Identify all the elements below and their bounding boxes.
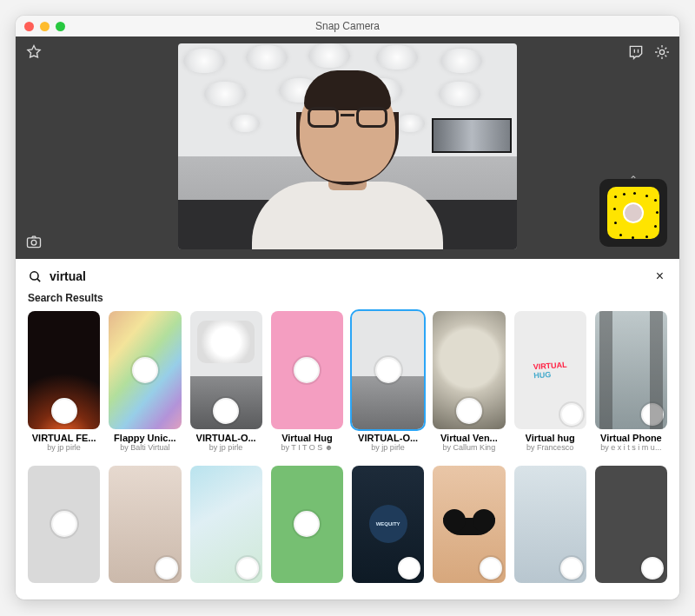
clear-search-button[interactable]: × <box>652 268 667 284</box>
window-title: Snap Camera <box>16 20 679 32</box>
lens-thumbnail <box>28 311 100 428</box>
lens-creator-icon <box>480 557 502 580</box>
lens-thumbnail <box>28 466 100 583</box>
lens-card[interactable]: VIRTUALHUGVirtual hugby Francesco <box>514 311 586 451</box>
results-heading: Search Results <box>28 292 667 304</box>
lens-creator-icon <box>560 403 583 426</box>
lens-card[interactable]: Virtual Ven...by Callum King <box>433 311 505 451</box>
lens-thumbnail <box>190 311 262 428</box>
lens-card[interactable]: WEQUITY <box>352 466 424 583</box>
svg-point-0 <box>659 50 664 54</box>
lens-creator-icon <box>213 398 239 424</box>
lens-creator-icon <box>236 557 259 580</box>
lens-card[interactable]: VIRTUAL-O...by jp pirle <box>352 311 424 451</box>
svg-rect-1 <box>28 238 41 248</box>
lens-author: by Balti Virtual <box>120 443 169 452</box>
lens-thumbnail: VIRTUALHUG <box>514 311 586 428</box>
lens-card[interactable] <box>433 466 505 583</box>
lens-thumbnail <box>514 466 586 583</box>
lens-card[interactable] <box>109 466 181 583</box>
lens-creator-icon <box>132 357 158 383</box>
lens-thumbnail: WEQUITY <box>352 466 424 583</box>
lens-title: VIRTUAL-O... <box>196 433 256 443</box>
lens-creator-icon <box>156 557 178 580</box>
lens-card[interactable]: VIRTUAL FE...by jp pirle <box>28 311 100 451</box>
lens-title: Virtual Hug <box>281 433 332 443</box>
lens-thumbnail <box>595 466 667 583</box>
lens-card[interactable] <box>28 466 100 583</box>
lens-thumbnail <box>595 311 667 428</box>
lens-creator-icon <box>641 403 664 426</box>
lens-title: VIRTUAL FE... <box>32 433 96 443</box>
results-grid-2: WEQUITY <box>28 464 667 583</box>
lens-card[interactable] <box>190 466 262 583</box>
favorites-button[interactable] <box>25 43 43 61</box>
snapcode-panel[interactable]: ⌃ <box>599 179 667 247</box>
lens-creator-icon <box>51 398 77 424</box>
lens-thumbnail <box>271 311 343 428</box>
twitch-icon[interactable] <box>627 43 645 61</box>
lens-thumbnail <box>433 466 505 583</box>
svg-point-3 <box>30 272 38 280</box>
lens-creator-icon <box>51 511 77 537</box>
lens-card[interactable]: Virtual Phoneby e x i t s i m u... <box>595 311 667 451</box>
lens-card[interactable] <box>271 466 343 583</box>
lens-thumbnail <box>109 311 181 428</box>
lens-author: by jp pirle <box>209 443 243 452</box>
results-grid: VIRTUAL FE...by jp pirleFlappy Unic...by… <box>28 309 667 451</box>
lens-title: Virtual hug <box>526 433 575 443</box>
app-window: Snap Camera <box>16 16 679 599</box>
lens-card[interactable] <box>514 466 586 583</box>
lens-thumbnail <box>433 311 505 428</box>
titlebar: Snap Camera <box>16 16 679 36</box>
preview-person <box>252 84 443 249</box>
lens-creator-icon <box>456 398 482 424</box>
lens-thumbnail <box>190 466 262 583</box>
lens-title: Virtual Phone <box>600 433 662 443</box>
lens-card[interactable] <box>595 466 667 583</box>
search-panel: × Search Results VIRTUAL FE...by jp pirl… <box>16 257 679 599</box>
search-row: × <box>28 266 667 287</box>
lens-author: by Callum King <box>443 443 496 452</box>
settings-button[interactable] <box>653 43 671 61</box>
lens-author: by Francesco <box>526 443 573 452</box>
chevron-up-icon: ⌃ <box>629 174 638 186</box>
lens-title: Flappy Unic... <box>114 433 176 443</box>
lens-author: by e x i t s i m u... <box>600 443 661 452</box>
camera-area: ⌃ <box>16 36 679 259</box>
lens-thumbnail <box>352 311 424 428</box>
capture-button[interactable] <box>25 233 43 250</box>
lens-card[interactable]: Flappy Unic...by Balti Virtual <box>109 311 181 451</box>
lens-creator-icon <box>641 557 664 580</box>
lens-creator-icon <box>560 557 583 580</box>
lens-creator-icon <box>398 557 420 580</box>
lens-title: VIRTUAL-O... <box>358 433 418 443</box>
lens-creator-icon <box>294 511 320 537</box>
search-input[interactable] <box>50 269 645 283</box>
lens-thumbnail <box>271 466 343 583</box>
lens-thumbnail <box>109 466 181 583</box>
lens-card[interactable]: Virtual Hugby T I T O S ☻ <box>271 311 343 451</box>
lens-author: by jp pirle <box>47 443 81 452</box>
camera-preview <box>178 43 517 249</box>
lens-card[interactable]: VIRTUAL-O...by jp pirle <box>190 311 262 451</box>
lens-title: Virtual Ven... <box>440 433 498 443</box>
lens-creator-icon <box>294 357 320 383</box>
lens-author: by T I T O S ☻ <box>281 443 333 452</box>
search-icon <box>28 269 43 284</box>
lens-creator-icon <box>375 357 401 383</box>
svg-point-2 <box>31 240 36 245</box>
lens-author: by jp pirle <box>371 443 405 452</box>
